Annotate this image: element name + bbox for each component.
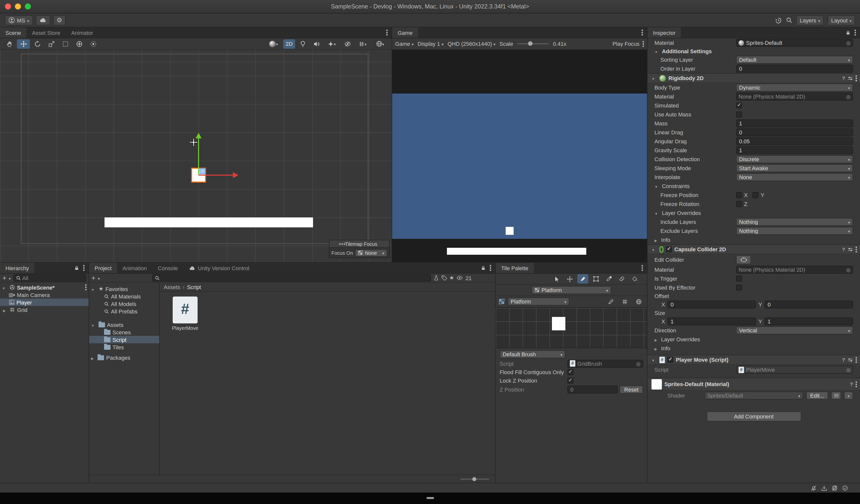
cc-material-field[interactable]: None (Physics Material 2D) <box>736 266 853 274</box>
shader-edit-button[interactable]: Edit... <box>806 391 828 400</box>
game-view-dropdown[interactable]: Game <box>395 41 414 47</box>
background-tasks-icon[interactable] <box>842 485 848 491</box>
scale-slider-handle[interactable] <box>528 41 532 46</box>
assets-grid[interactable]: PlayerMove <box>160 291 495 475</box>
help-icon[interactable] <box>842 75 845 81</box>
direction-dropdown[interactable]: Vertical <box>736 326 853 334</box>
scene-lighting-toggle[interactable] <box>296 39 309 48</box>
tile-palette-menu-icon[interactable] <box>642 267 643 269</box>
lock-icon[interactable] <box>74 265 79 270</box>
display-dropdown[interactable]: Display 1 <box>418 41 444 47</box>
help-icon[interactable] <box>850 381 853 387</box>
breadcrumb-current[interactable]: Script <box>187 284 201 290</box>
layout-dropdown[interactable]: Layout <box>828 15 855 25</box>
custom-tool-button[interactable] <box>87 39 100 48</box>
simulated-checkbox[interactable] <box>736 102 742 109</box>
tab-hierarchy[interactable]: Hierarchy <box>0 263 34 273</box>
cache-server-disconnected-icon[interactable] <box>832 485 837 491</box>
object-picker-icon[interactable] <box>846 367 850 373</box>
thumbnail-zoom-slider[interactable] <box>460 478 489 479</box>
hierarchy-search-input[interactable]: All <box>13 274 86 282</box>
add-component-button[interactable]: Add Component <box>706 412 801 421</box>
foldout-open-icon[interactable] <box>655 183 660 189</box>
scene-viewport[interactable]: Tilemap Focus Focus On None <box>0 50 392 262</box>
project-search-input[interactable] <box>152 274 431 282</box>
hierarchy-item-player[interactable]: Player <box>0 299 89 306</box>
object-picker-icon[interactable] <box>846 93 850 100</box>
folder-scenes[interactable]: Scenes <box>89 328 159 336</box>
tp-box-tool[interactable] <box>590 274 601 284</box>
foldout-open-icon[interactable] <box>91 322 97 328</box>
hierarchy-item-grid[interactable]: Grid <box>0 306 89 314</box>
scene-audio-toggle[interactable] <box>310 39 323 48</box>
sr-material-field[interactable]: Sprites-Default <box>736 39 853 47</box>
palette-gizmos-toggle[interactable] <box>633 297 644 306</box>
rb-material-field[interactable]: None (Physics Material 2D) <box>736 92 853 101</box>
tab-animation[interactable]: Animation <box>117 263 153 273</box>
z-position-field[interactable]: 0 <box>567 386 618 393</box>
tab-tile-palette[interactable]: Tile Palette <box>496 263 534 273</box>
scene-menu-icon[interactable] <box>386 32 388 33</box>
rotate-tool-button[interactable] <box>31 39 44 48</box>
material-menu-icon[interactable] <box>856 383 857 385</box>
project-menu-icon[interactable] <box>490 267 491 269</box>
scene-root-row[interactable]: SampleScene* <box>0 284 89 291</box>
rigidbody2d-header[interactable]: Rigidbody 2D <box>647 73 860 83</box>
tilemap-focus-header[interactable]: Tilemap Focus <box>329 240 390 248</box>
foldout-open-icon[interactable] <box>651 75 657 81</box>
palette-grid-toggle[interactable] <box>619 297 630 306</box>
presets-icon[interactable] <box>848 357 853 362</box>
active-palette-dropdown[interactable]: Platform <box>532 286 611 294</box>
include-layers-dropdown[interactable]: Nothing <box>736 218 853 226</box>
size-x-field[interactable]: 1 <box>668 317 756 326</box>
mass-field[interactable]: 1 <box>736 119 853 127</box>
cloud-button[interactable] <box>35 15 50 25</box>
foldout-closed-icon[interactable] <box>91 355 96 360</box>
folder-script-selected[interactable]: Script <box>89 336 159 343</box>
brush-script-field[interactable]: GridBrush <box>567 359 643 368</box>
platform-sprite[interactable] <box>104 217 313 227</box>
undo-history-icon[interactable] <box>775 17 782 24</box>
interpolate-dropdown[interactable]: None <box>736 173 853 181</box>
gizmo-y-axis[interactable] <box>198 138 199 175</box>
tab-animator[interactable]: Animator <box>66 27 99 38</box>
tp-eraser-tool[interactable] <box>616 274 627 284</box>
tp-picker-tool[interactable] <box>603 274 614 284</box>
packages-root-row[interactable]: Packages <box>89 354 159 361</box>
edit-palette-button[interactable] <box>605 297 616 306</box>
play-focus-dropdown[interactable]: Play Focus <box>612 41 644 47</box>
freeze-y-checkbox[interactable] <box>753 192 759 198</box>
order-in-layer-field[interactable]: 0 <box>736 65 853 73</box>
game-menu-icon[interactable] <box>642 32 643 33</box>
sorting-layer-dropdown[interactable]: Default <box>736 56 853 64</box>
palette-grid-view[interactable] <box>496 307 647 348</box>
foldout-open-icon[interactable] <box>651 246 657 252</box>
material-preview-header[interactable]: Sprites-Default (Material) <box>647 378 860 391</box>
grid-visibility-dropdown[interactable] <box>355 39 371 48</box>
hierarchy-item-main-camera[interactable]: Main Camera <box>0 291 89 299</box>
z-reset-button[interactable]: Reset <box>620 386 643 393</box>
foldout-open-icon[interactable] <box>655 210 660 216</box>
body-type-dropdown[interactable]: Dynamic <box>736 84 853 91</box>
hidden-count-eye-icon[interactable] <box>457 276 463 280</box>
size-y-field[interactable]: 1 <box>765 317 853 326</box>
game-toolbar-menu-icon[interactable] <box>643 43 644 44</box>
exclude-layers-dropdown[interactable]: Nothing <box>736 227 853 235</box>
used-by-effector-checkbox[interactable] <box>736 285 742 290</box>
tab-project[interactable]: Project <box>89 263 117 273</box>
transform-tool-button[interactable] <box>73 39 86 48</box>
notifications-muted-icon[interactable] <box>811 485 817 491</box>
tab-console[interactable]: Console <box>152 263 183 273</box>
inspector-menu-icon[interactable] <box>855 32 856 33</box>
tab-asset-store[interactable]: Asset Store <box>26 27 66 38</box>
tp-brush-tool[interactable] <box>577 274 588 284</box>
favorite-all-prefabs[interactable]: All Prefabs <box>89 307 159 315</box>
tab-version-control[interactable]: Unity Version Control <box>183 263 255 273</box>
component-menu-icon[interactable] <box>856 77 857 79</box>
flood-fill-checkbox[interactable] <box>567 369 573 375</box>
scene-row-menu-icon[interactable] <box>85 287 87 288</box>
gizmos-dropdown[interactable] <box>372 39 389 48</box>
gizmo-xy-plane-handle[interactable] <box>200 168 205 174</box>
is-trigger-checkbox[interactable] <box>736 276 742 282</box>
gravity-scale-field[interactable]: 1 <box>736 146 853 154</box>
